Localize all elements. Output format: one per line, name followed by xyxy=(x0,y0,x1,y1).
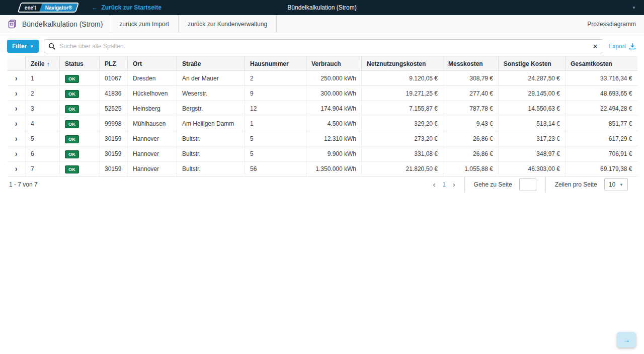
column-header-strasse[interactable]: Straße xyxy=(177,57,245,71)
filter-button[interactable]: Filter ▼ xyxy=(7,40,39,53)
sort-ascending-icon: ↑ xyxy=(47,61,50,67)
rows-per-page-label: Zeilen pro Seite xyxy=(555,181,597,188)
page-nav-group: ‹ 1 › xyxy=(424,176,464,193)
cell-sonstige_kosten: 24.287,50 € xyxy=(499,71,566,86)
table-row: ›2OK41836HückelhovenWeserstr.9300.000 kW… xyxy=(8,86,637,101)
cell-zeile: 4 xyxy=(26,116,60,131)
cell-strasse: Bultstr. xyxy=(177,131,245,146)
cell-zeile: 1 xyxy=(26,71,60,86)
column-header-zeile[interactable]: Zeile↑ xyxy=(26,57,60,71)
export-button[interactable]: Export xyxy=(608,43,636,50)
export-label: Export xyxy=(608,43,626,50)
cell-strasse: An der Mauer xyxy=(177,71,245,86)
column-header-hausnummer[interactable]: Hausnummer xyxy=(245,57,306,71)
status-badge: OK xyxy=(65,75,79,83)
pagination-bar: 1 - 7 von 7 ‹ 1 › Gehe zu Seite Zeilen p… xyxy=(7,176,637,193)
cell-hausnummer: 5 xyxy=(245,146,306,161)
expand-row-icon[interactable]: › xyxy=(15,88,17,99)
cell-zeile: 6 xyxy=(26,146,60,161)
column-header-messkosten[interactable]: Messkosten xyxy=(443,57,499,71)
cell-strasse: Bultstr. xyxy=(177,161,245,176)
expand-row-icon[interactable]: › xyxy=(15,134,17,144)
column-header-status[interactable]: Status xyxy=(60,57,100,71)
table-row: ›5OK30159HannoverBultstr.512.310 kWh273,… xyxy=(8,131,637,146)
divider xyxy=(276,15,277,33)
table-header-row: Zeile↑ Status PLZ Ort Straße Hausnummer … xyxy=(8,57,637,71)
cell-messkosten: 1.055,88 € xyxy=(443,161,499,176)
cell-strasse: Weserstr. xyxy=(177,86,245,101)
cell-plz: 52525 xyxy=(100,101,128,116)
cell-verbrauch: 1.350.000 kWh xyxy=(306,161,362,176)
table-row: ›4OK99998MühlhausenAm Heiligen Damm14.50… xyxy=(8,116,637,131)
cell-gesamtkosten: 33.716,34 € xyxy=(566,71,637,86)
page-title: Bündelkalkulation (Strom) xyxy=(22,20,103,28)
cell-hausnummer: 2 xyxy=(245,71,306,86)
cell-gesamtkosten: 48.693,65 € xyxy=(566,86,637,101)
tab-back-to-import[interactable]: zurück zum Import xyxy=(110,15,178,33)
process-diagram-link[interactable]: Prozessdiagramm xyxy=(579,15,644,33)
column-header-netznutzungskosten[interactable]: Netznutzungskosten xyxy=(362,57,443,71)
cell-zeile: 2 xyxy=(26,86,60,101)
cell-messkosten: 9,43 € xyxy=(443,116,499,131)
chevron-down-icon: ▼ xyxy=(619,183,623,187)
cell-gesamtkosten: 706,91 € xyxy=(566,146,637,161)
row-range-text: 1 - 7 von 7 xyxy=(9,181,38,188)
chevron-down-icon: ▼ xyxy=(30,44,34,49)
cell-status: OK xyxy=(60,116,100,131)
cell-sonstige_kosten: 14.550,63 € xyxy=(499,101,566,116)
cell-plz: 99998 xyxy=(100,116,128,131)
rows-per-page-select[interactable]: 10 ▼ xyxy=(604,178,628,191)
cell-gesamtkosten: 617,29 € xyxy=(566,131,637,146)
logo-enet: ene't xyxy=(19,4,42,12)
status-badge: OK xyxy=(65,150,79,158)
goto-page-input[interactable] xyxy=(519,178,536,191)
page-title-group: Bündelkalkulation (Strom) xyxy=(0,15,110,33)
cell-status: OK xyxy=(60,146,100,161)
cell-ort: Heinsberg xyxy=(128,101,177,116)
table-body: ›1OK01067DresdenAn der Mauer2250.000 kWh… xyxy=(8,71,637,176)
cell-sonstige_kosten: 29.145,00 € xyxy=(499,86,566,101)
tab-back-to-customer-management[interactable]: zurück zur Kundenverwaltung xyxy=(179,15,276,33)
column-header-gesamtkosten[interactable]: Gesamtkosten xyxy=(566,57,637,71)
cell-verbrauch: 300.000 kWh xyxy=(306,86,362,101)
back-to-start-link[interactable]: ← Zurück zur Startseite xyxy=(92,4,161,11)
expander-header xyxy=(8,57,26,71)
cell-netznutzungskosten: 7.155,87 € xyxy=(362,101,443,116)
cell-netznutzungskosten: 329,20 € xyxy=(362,116,443,131)
expand-row-icon[interactable]: › xyxy=(15,104,17,114)
search-icon xyxy=(48,43,55,50)
cell-sonstige_kosten: 317,23 € xyxy=(499,131,566,146)
cell-zeile: 3 xyxy=(26,101,60,116)
topbar-dropdown-caret-icon[interactable]: ▼ xyxy=(629,6,639,10)
cell-netznutzungskosten: 331,08 € xyxy=(362,146,443,161)
expand-row-icon[interactable]: › xyxy=(15,73,17,83)
cell-strasse: Bergstr. xyxy=(177,101,245,116)
cell-ort: Mühlhausen xyxy=(128,116,177,131)
cell-messkosten: 26,86 € xyxy=(443,146,499,161)
column-header-ort[interactable]: Ort xyxy=(128,57,177,71)
column-header-sonstige-kosten[interactable]: Sonstige Kosten xyxy=(499,57,566,71)
previous-page-icon[interactable]: ‹ xyxy=(433,181,436,189)
cell-messkosten: 277,40 € xyxy=(443,86,499,101)
column-header-verbrauch[interactable]: Verbrauch xyxy=(306,57,362,71)
expand-row-icon[interactable]: › xyxy=(15,119,17,129)
cell-netznutzungskosten: 273,20 € xyxy=(362,131,443,146)
pagination-controls: ‹ 1 › Gehe zu Seite Zeilen pro Seite 10 … xyxy=(424,176,637,193)
column-header-plz[interactable]: PLZ xyxy=(100,57,128,71)
sub-header: Bündelkalkulation (Strom) zurück zum Imp… xyxy=(0,15,644,33)
search-input[interactable] xyxy=(59,43,591,50)
table-row: ›3OK52525HeinsbergBergstr.12174.904 kWh7… xyxy=(8,101,637,116)
next-page-icon[interactable]: › xyxy=(453,181,455,189)
goto-page-group: Gehe zu Seite xyxy=(465,176,545,193)
table-row: ›7OK30159HannoverBultstr.561.350.000 kWh… xyxy=(8,161,637,176)
expand-row-icon[interactable]: › xyxy=(15,149,17,159)
search-box: ✕ xyxy=(44,39,603,53)
status-badge: OK xyxy=(65,90,79,98)
clear-search-icon[interactable]: ✕ xyxy=(591,43,599,50)
cell-ort: Hannover xyxy=(128,146,177,161)
expand-row-icon[interactable]: › xyxy=(15,164,17,174)
cell-messkosten: 26,86 € xyxy=(443,131,499,146)
next-step-fab-button[interactable]: → xyxy=(617,332,636,347)
current-page-number[interactable]: 1 xyxy=(442,181,446,188)
cell-plz: 41836 xyxy=(100,86,128,101)
